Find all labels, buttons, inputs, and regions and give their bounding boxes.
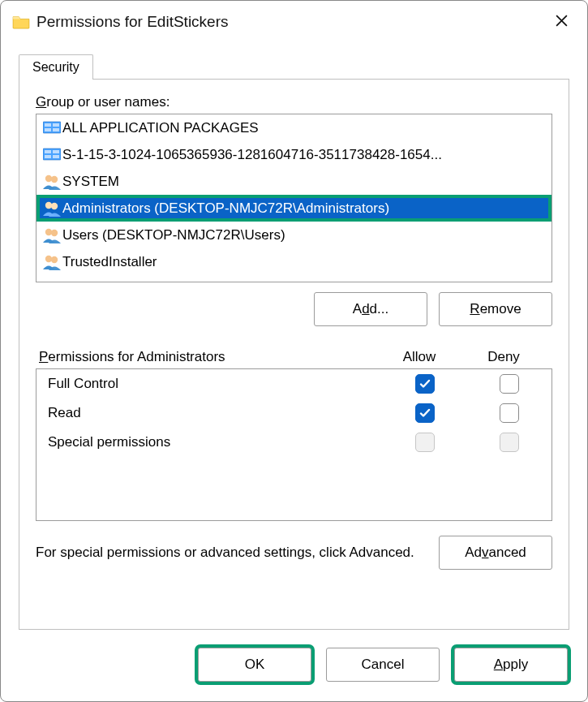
svg-rect-9	[53, 155, 59, 158]
list-item[interactable]: ALL APPLICATION PACKAGES	[36, 114, 552, 141]
permission-name: Full Control	[48, 376, 383, 392]
allow-cell	[383, 403, 467, 423]
titlebar: Permissions for EditStickers	[1, 1, 587, 40]
svg-point-11	[51, 175, 58, 182]
window-title: Permissions for EditStickers	[36, 13, 545, 31]
permission-row: Read	[36, 398, 552, 428]
tab-row: Security	[1, 40, 587, 79]
add-button[interactable]: Add...	[314, 292, 427, 326]
advanced-hint-text: For special permissions or advanced sett…	[36, 544, 423, 562]
dialog-buttons: OK Cancel Apply	[1, 630, 587, 701]
permission-name: Read	[48, 405, 383, 421]
remove-button[interactable]: Remove	[439, 292, 552, 326]
allow-cell	[383, 374, 467, 394]
close-button[interactable]	[545, 13, 577, 32]
ok-button[interactable]: OK	[198, 648, 311, 682]
permission-name: Special permissions	[48, 434, 383, 450]
checkbox	[500, 433, 519, 452]
users-icon	[41, 226, 62, 245]
svg-rect-7	[53, 150, 59, 153]
svg-rect-8	[45, 155, 51, 158]
svg-point-15	[51, 229, 58, 235]
permissions-table: Full ControlReadSpecial permissions	[36, 368, 552, 521]
list-item-label: S-1-15-3-1024-1065365936-1281604716-3511…	[62, 147, 442, 163]
group-user-names-label: Group or user names:	[36, 94, 552, 110]
advanced-footer: For special permissions or advanced sett…	[36, 536, 552, 570]
tab-security[interactable]: Security	[19, 54, 93, 80]
users-icon	[41, 252, 62, 272]
list-item-label: Users (DESKTOP-NMJC72R\Users)	[62, 227, 285, 243]
list-item[interactable]: Users (DESKTOP-NMJC72R\Users)	[36, 222, 552, 248]
svg-rect-4	[53, 128, 59, 131]
deny-cell	[467, 433, 552, 452]
permissions-header: Permissions for Administrators Allow Den…	[36, 349, 552, 368]
cancel-button[interactable]: Cancel	[326, 648, 440, 682]
users-icon	[41, 172, 62, 192]
list-item-label: TrustedInstaller	[62, 254, 157, 270]
package-icon	[41, 118, 62, 138]
list-item[interactable]: SYSTEM	[36, 168, 552, 195]
allow-column-header: Allow	[377, 349, 461, 365]
list-item[interactable]: TrustedInstaller	[36, 248, 552, 275]
principals-listbox[interactable]: ALL APPLICATION PACKAGESS-1-15-3-1024-10…	[36, 114, 552, 282]
list-item-label: SYSTEM	[62, 174, 119, 190]
tab-content: Group or user names: ALL APPLICATION PAC…	[19, 79, 569, 630]
checkbox[interactable]	[500, 403, 519, 423]
svg-rect-3	[45, 128, 51, 131]
svg-rect-6	[45, 150, 51, 153]
advanced-button[interactable]: Advanced	[439, 536, 552, 570]
checkbox[interactable]	[500, 374, 519, 394]
allow-cell	[383, 433, 467, 452]
users-icon	[41, 199, 62, 218]
checkbox	[415, 433, 435, 452]
svg-rect-2	[53, 123, 59, 127]
list-item[interactable]: Administrators (DESKTOP-NMJC72R\Administ…	[36, 195, 552, 222]
deny-column-header: Deny	[461, 349, 546, 365]
permission-row: Full Control	[36, 369, 552, 398]
package-icon	[41, 145, 62, 165]
deny-cell	[467, 374, 552, 394]
principal-buttons: Add... Remove	[36, 292, 552, 326]
svg-point-17	[51, 256, 58, 262]
permissions-dialog: Permissions for EditStickers Security Gr…	[0, 0, 588, 702]
list-item-label: ALL APPLICATION PACKAGES	[62, 120, 259, 136]
permission-row: Special permissions	[36, 428, 552, 457]
folder-icon	[12, 15, 30, 29]
deny-cell	[467, 403, 552, 423]
list-item-label: Administrators (DESKTOP-NMJC72R\Administ…	[62, 200, 389, 217]
svg-rect-1	[45, 123, 51, 127]
checkbox[interactable]	[415, 374, 435, 394]
list-item[interactable]: S-1-15-3-1024-1065365936-1281604716-3511…	[36, 141, 552, 168]
svg-point-13	[51, 202, 58, 209]
checkbox[interactable]	[415, 403, 435, 423]
apply-button[interactable]: Apply	[454, 648, 568, 682]
